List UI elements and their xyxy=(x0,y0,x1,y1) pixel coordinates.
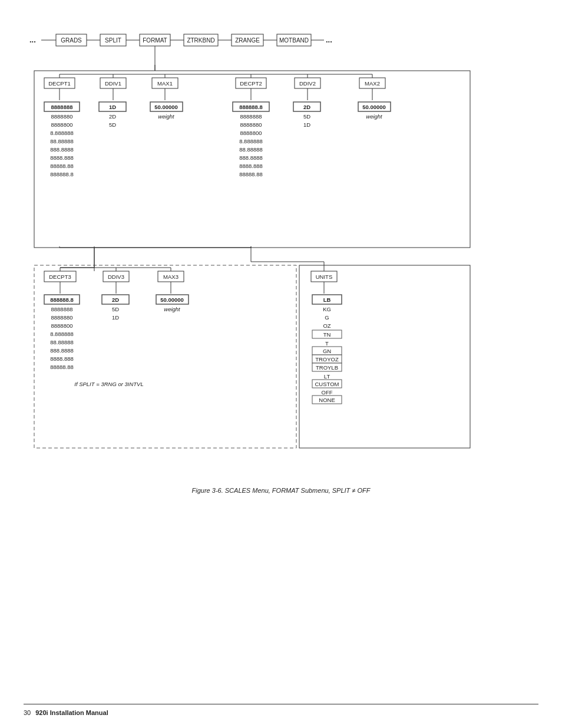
svg-text:ZRANGE: ZRANGE xyxy=(235,37,260,44)
svg-text:8888.888: 8888.888 xyxy=(50,154,74,161)
svg-text:8888800: 8888800 xyxy=(51,121,73,128)
svg-text:8888880: 8888880 xyxy=(240,121,262,128)
svg-text:DECPT2: DECPT2 xyxy=(240,80,262,87)
svg-text:50.00000: 50.00000 xyxy=(362,104,386,110)
svg-text:FORMAT: FORMAT xyxy=(143,37,167,44)
svg-text:...: ... xyxy=(29,35,36,44)
svg-text:5D: 5D xyxy=(112,306,119,312)
svg-text:MAX2: MAX2 xyxy=(365,80,380,87)
svg-text:8.888888: 8.888888 xyxy=(50,331,74,337)
svg-text:1D: 1D xyxy=(112,314,119,321)
svg-text:888.8888: 888.8888 xyxy=(50,347,74,354)
svg-text:888.8888: 888.8888 xyxy=(50,146,74,153)
svg-text:8888.888: 8888.888 xyxy=(50,355,74,362)
footer: 30 920i Installation Manual xyxy=(24,709,108,716)
diagram: ... GRADS SPLIT FORMAT ZTRKBND ZRANGE MO… xyxy=(24,18,539,477)
svg-text:NONE: NONE xyxy=(319,397,335,403)
svg-text:DDIV3: DDIV3 xyxy=(108,274,124,280)
svg-text:DECPT1: DECPT1 xyxy=(48,80,70,87)
svg-text:UNITS: UNITS xyxy=(316,274,333,280)
svg-text:888.8888: 888.8888 xyxy=(239,154,263,161)
svg-text:MAX3: MAX3 xyxy=(163,274,178,280)
svg-text:G: G xyxy=(325,314,329,321)
svg-text:888888.8: 888888.8 xyxy=(50,171,74,177)
svg-text:OZ: OZ xyxy=(323,322,330,329)
svg-text:88888.88: 88888.88 xyxy=(239,171,263,177)
svg-text:LB: LB xyxy=(323,297,331,303)
svg-text:MAX1: MAX1 xyxy=(157,80,173,87)
svg-text:8888800: 8888800 xyxy=(51,322,73,329)
svg-text:DECPT3: DECPT3 xyxy=(49,274,71,280)
page: ... GRADS SPLIT FORMAT ZTRKBND ZRANGE MO… xyxy=(0,0,562,728)
svg-text:50.00000: 50.00000 xyxy=(154,104,178,110)
svg-text:2D: 2D xyxy=(303,104,310,110)
svg-text:2D: 2D xyxy=(112,297,119,303)
svg-text:88888.88: 88888.88 xyxy=(50,163,74,169)
svg-text:8888880: 8888880 xyxy=(51,113,73,120)
figure-caption: Figure 3-6. SCALES Menu, FORMAT Submenu,… xyxy=(24,487,538,494)
svg-text:8888888: 8888888 xyxy=(51,104,73,110)
svg-text:8888888: 8888888 xyxy=(240,113,262,120)
svg-text:88.88888: 88.88888 xyxy=(239,146,263,153)
svg-text:888888.8: 888888.8 xyxy=(50,297,74,303)
page-number: 30 xyxy=(24,709,31,716)
svg-text:5D: 5D xyxy=(109,121,116,128)
svg-text:SPLIT: SPLIT xyxy=(105,37,121,44)
svg-text:T: T xyxy=(325,340,329,347)
svg-text:88888.88: 88888.88 xyxy=(50,364,74,370)
svg-text:TROYLB: TROYLB xyxy=(316,364,338,371)
manual-title: 920i Installation Manual xyxy=(35,709,108,716)
svg-text:GN: GN xyxy=(323,348,331,354)
svg-text:TN: TN xyxy=(323,331,331,338)
svg-text:888888.8: 888888.8 xyxy=(239,104,263,110)
svg-text:KG: KG xyxy=(323,306,331,312)
svg-text:GRADS: GRADS xyxy=(61,37,82,44)
svg-text:8888800: 8888800 xyxy=(240,130,262,136)
svg-text:50.00000: 50.00000 xyxy=(160,297,184,303)
svg-text:LT: LT xyxy=(324,373,330,380)
svg-text:MOTBAND: MOTBAND xyxy=(279,37,309,44)
svg-text:DDIV1: DDIV1 xyxy=(105,80,121,87)
svg-text:8.888888: 8.888888 xyxy=(50,130,74,136)
svg-text:weight: weight xyxy=(366,113,382,120)
svg-text:CUSTOM: CUSTOM xyxy=(315,381,339,387)
svg-text:...: ... xyxy=(326,35,332,44)
svg-text:TROYOZ: TROYOZ xyxy=(315,356,339,363)
svg-text:ZTRKBND: ZTRKBND xyxy=(187,37,214,44)
svg-text:weight: weight xyxy=(158,113,174,120)
footer-line xyxy=(24,704,538,704)
svg-text:DDIV2: DDIV2 xyxy=(299,80,316,87)
svg-text:88.88888: 88.88888 xyxy=(50,339,74,345)
svg-text:2D: 2D xyxy=(109,113,116,120)
svg-text:5D: 5D xyxy=(303,113,310,120)
svg-text:1D: 1D xyxy=(303,121,310,128)
svg-text:OFF: OFF xyxy=(322,389,333,396)
svg-text:8.888888: 8.888888 xyxy=(239,138,263,144)
svg-text:1D: 1D xyxy=(109,104,116,110)
svg-text:8888880: 8888880 xyxy=(51,314,73,321)
svg-text:If SPLIT = 3RNG or 3INTVL: If SPLIT = 3RNG or 3INTVL xyxy=(74,381,143,387)
svg-text:8888888: 8888888 xyxy=(51,306,73,312)
svg-text:88.88888: 88.88888 xyxy=(50,138,74,144)
svg-text:weight: weight xyxy=(164,306,180,312)
svg-text:8888.888: 8888.888 xyxy=(239,163,263,169)
